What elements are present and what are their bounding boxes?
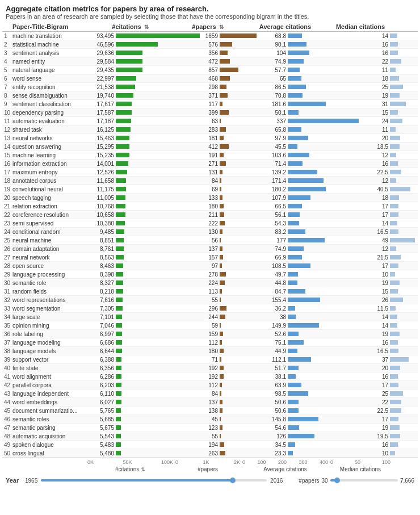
papers-bar-fill [220,374,224,379]
row-avg-val: 68.8 [264,33,288,39]
med-bar-fill [390,315,397,319]
papers-filter-icon[interactable]: ⇅ [219,24,224,30]
row-citations-val: 15,295 [86,144,116,150]
row-papers-val: 296 [200,305,220,312]
avg-bar-fill [288,280,297,285]
table-row: 31 random fields 8,218 113 84.7 15 [2,287,418,296]
row-papers-val: 157 [200,254,220,261]
med-tick-0: 0 [330,459,333,465]
med-bar-fill [390,59,401,64]
row-avg-val: 177 [264,237,288,244]
row-med-val: 26 [372,297,390,303]
row-bigram: finite state [12,365,86,371]
row-avg-val: 104 [264,50,288,56]
row-avg-val: 171.4 [264,178,288,184]
row-bigram: document summarizatio... [12,408,86,414]
row-avg-val: 107.9 [264,195,288,201]
row-avg-bar [288,365,372,371]
citations-bar-fill [116,212,125,217]
row-bigram: opinion mining [12,323,86,329]
row-bigram: parallel corpora [12,382,86,388]
row-papers-val: 56 [200,237,220,244]
row-rank: 1 [2,33,12,39]
papers-bar-fill [220,229,222,234]
row-avg-bar [288,127,372,133]
citations-bar-fill [116,246,124,251]
row-bigram: coreference resolution [12,212,86,218]
row-avg-val: 57.7 [264,67,288,73]
papers-bar-fill [220,187,221,191]
row-bigram: semantic parsing [12,425,86,431]
row-avg-val: 90.1 [264,41,288,48]
row-citations-val: 8,463 [86,263,116,269]
row-citations-bar [116,33,200,39]
row-bigram: automatic evaluation [12,118,86,124]
row-citations-bar [116,67,200,73]
row-rank: 47 [2,425,12,431]
avg-bar-fill [288,263,310,268]
row-avg-bar [288,374,372,380]
med-bar-fill [390,340,398,345]
row-rank: 46 [2,416,12,422]
row-med-val: 16.5 [372,229,390,235]
row-rank: 4 [2,58,12,65]
row-rank: 21 [2,203,12,210]
row-rank: 39 [2,357,12,363]
papers-bar-fill [220,340,222,345]
row-rank: 19 [2,186,12,192]
papers-count-thumb[interactable] [334,478,340,483]
papers-count-slider[interactable] [330,479,398,481]
med-bar-fill [390,221,397,225]
row-avg-bar [288,118,372,124]
row-papers-val: 71 [200,357,220,363]
avg-bar-fill [288,195,310,200]
avg-bar-fill [288,323,319,328]
med-bar-fill [390,246,396,251]
med-bar-fill [390,374,398,379]
row-rank: 32 [2,297,12,303]
row-avg-val: 145.8 [264,416,288,422]
row-bigram: convolutional neural [12,186,86,192]
row-citations-bar [116,399,200,405]
table-row: 25 neural machine 8,851 56 177 49 [2,236,418,245]
year-slider[interactable] [41,479,267,481]
row-bigram: shared task [12,127,86,133]
med-bar-fill [390,51,398,55]
row-avg-bar [288,203,372,210]
row-avg-bar [288,433,372,439]
row-med-val: 10 [372,271,390,278]
med-bar-fill [390,323,397,328]
row-med-bar [390,391,420,397]
avg-bar-fill [288,357,311,362]
citations-sort-icon[interactable]: ⇅ [141,467,145,472]
avg-bar-fill [288,51,309,55]
citations-filter-icon[interactable]: ⇅ [144,24,149,30]
page-subtitle: Papers in an area of research are sample… [6,13,414,20]
avg-bar-fill [288,170,317,174]
row-bigram: cross lingual [12,450,86,457]
papers-bar-fill [220,161,226,166]
table-row: 12 shared task 16,125 283 65.8 11 [2,125,418,134]
row-med-bar [390,433,420,439]
row-avg-bar [288,297,372,303]
table-row: 18 annotated corpus 11,658 84 171.4 12 [2,177,418,185]
row-bigram: entity recognition [12,84,86,90]
avg-bar-fill [288,349,297,353]
table-row: 50 cross lingual 5,480 263 23.3 10 [2,449,418,458]
table-row: 8 sense disambiguation 19,740 371 70.8 1… [2,91,418,100]
citations-bar-fill [116,110,132,115]
row-papers-val: 63 [200,118,220,124]
avg-bar-fill [288,289,305,294]
row-med-bar [390,263,420,269]
year-start: 1965 [25,478,37,484]
table-row: 32 word representations 7,616 55 155.4 2… [2,296,418,304]
row-avg-val: 155.4 [264,297,288,303]
row-avg-bar [288,67,372,73]
row-avg-val: 54.3 [264,220,288,227]
year-slider-thumb[interactable] [230,478,236,483]
row-citations-bar [116,323,200,329]
row-avg-val: 66.5 [264,203,288,210]
row-med-bar [390,246,420,252]
avg-bar-fill [288,391,308,396]
row-med-val: 12 [372,178,390,184]
